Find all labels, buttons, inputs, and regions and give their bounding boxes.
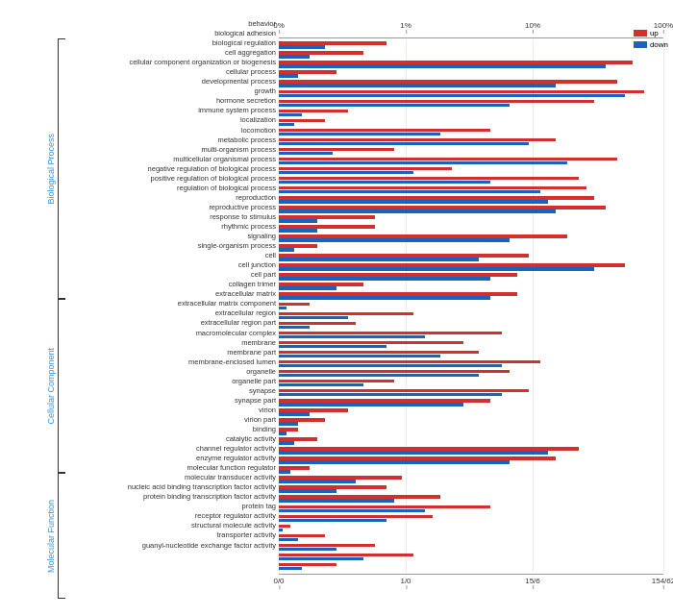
bar-row [279,339,663,349]
bar-row [279,369,663,379]
bar-row [279,108,663,117]
bar-row [279,427,663,436]
row-label: membrane-enclosed lumen [67,357,279,367]
bars-area [279,40,663,572]
bar-up [279,100,594,104]
bar-down [279,94,625,98]
row-label: extracellular region [67,308,279,318]
row-labels: behaviorbiological adhesionbiological re… [67,19,279,587]
bar-up [279,177,579,181]
legend: up down [634,29,668,49]
bar-row [279,127,663,136]
row-label: structural molecule activity [67,521,279,530]
bar-up [279,303,310,307]
bar-down [279,142,529,146]
bar-up [279,515,433,519]
row-label: extracellular matrix [67,289,279,299]
category-bracket: Biological Process [10,38,65,299]
bar-down [279,238,510,242]
row-label: protein tag [67,502,279,511]
row-label: reproductive process [67,203,279,212]
bar-down [279,509,425,513]
bar-down [279,64,606,68]
row-label: enzyme regulator activity [67,454,279,463]
bar-row [279,234,663,243]
bar-up [279,485,386,489]
bracket-line [58,299,65,473]
bar-down [279,519,386,523]
bar-up [279,206,606,209]
x-tick-1pct: 1% [400,21,411,30]
row-label: negative regulation of biological proces… [67,164,279,174]
bar-up [279,370,510,374]
row-label: synapse [67,386,279,396]
bar-up [279,234,567,238]
bar-down [279,307,287,310]
category-bracket: Molecular Function [10,473,65,599]
bars-section: 0% 1% 10% 100% 0/0 1/0 15/6 154/62 [279,19,663,587]
row-label: biological adhesion [67,29,279,38]
legend-down-label: down [650,40,668,49]
bar-up [279,341,463,345]
row-label: localization [67,115,279,125]
bar-up [279,225,375,229]
bar-row [279,60,663,69]
bar-up [279,428,298,431]
bar-row [279,532,663,542]
bar-up [279,447,579,451]
row-label: positive regulation of biological proces… [67,174,279,184]
bar-down [279,229,317,233]
bar-up [279,254,529,258]
row-label: receptor regulator activity [67,511,279,521]
row-label: organelle part [67,377,279,386]
bar-down [279,364,502,368]
bar-down [279,345,386,349]
bar-row [279,224,663,234]
bar-row [279,272,663,282]
bar-row [279,205,663,214]
bar-down [279,355,440,358]
bar-row [279,475,663,484]
bar-row [279,552,663,561]
row-label: cell [67,251,279,260]
row-label: protein binding transcription factor act… [67,492,279,502]
bar-row [279,185,663,195]
y-labels-section: Biological ProcessCellular ComponentMole… [10,19,279,587]
bar-row [279,40,663,50]
bar-up [279,80,617,84]
row-label: extracellular region part [67,318,279,328]
row-label: guanyl-nucleotide exchange factor activi… [67,541,279,551]
bar-row [279,446,663,456]
bar-up [279,244,317,248]
bar-down [279,267,594,271]
bar-down [279,451,548,455]
x-tick-bot-2: 15/6 [525,577,540,585]
grid-line-3 [663,40,664,572]
bar-down [279,258,479,261]
bar-down [279,209,556,213]
row-label: cell aggregation [67,48,279,58]
bar-down [279,133,440,136]
row-label: membrane part [67,348,279,357]
bar-down [279,55,310,59]
bar-down [279,412,310,416]
bar-down [279,567,302,571]
bar-down [279,393,502,397]
bar-up [279,61,633,64]
bar-down [279,383,363,387]
bar-up [279,283,363,286]
category-bracket: Cellular Component [10,299,65,473]
bar-row [279,214,663,224]
bar-row [279,98,663,108]
row-label: catalytic activity [67,434,279,444]
legend-up-label: up [650,29,659,37]
row-label: transporter activity [67,530,279,540]
bar-up [279,312,413,316]
row-label: locomotion [67,126,279,136]
bar-up [279,544,375,548]
bracket-label: Cellular Component [46,348,56,425]
row-label: developmental process [67,77,279,86]
bar-row [279,523,663,532]
bar-down [279,74,298,78]
row-label: organelle [67,367,279,377]
